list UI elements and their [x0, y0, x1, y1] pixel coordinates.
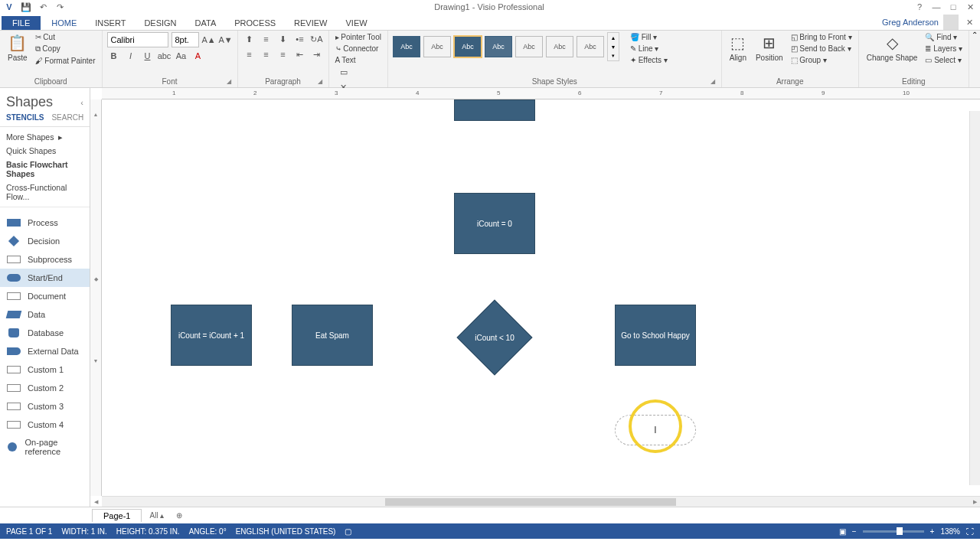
pan-up-icon[interactable]: ▲	[92, 110, 100, 118]
bullets-icon[interactable]: •≡	[293, 32, 307, 46]
indent-icon[interactable]: ⇥	[310, 47, 324, 61]
paragraph-dialog-icon[interactable]: ◢	[316, 78, 324, 86]
canvas-shape-decision[interactable]: iCount < 10	[468, 311, 521, 364]
styles-dialog-icon[interactable]: ◢	[709, 78, 717, 86]
collapse-ribbon-icon[interactable]: ⌃	[972, 31, 978, 39]
font-name-input[interactable]	[107, 32, 168, 47]
shape-start-end[interactable]: Start/End	[0, 269, 90, 287]
shape-decision[interactable]: Decision	[0, 232, 90, 250]
macro-record-icon[interactable]: ▢	[345, 527, 351, 536]
group-button[interactable]: ⬚ Group ▾	[789, 55, 854, 65]
font-color-icon[interactable]: A	[191, 49, 205, 63]
shape-database[interactable]: Database	[0, 324, 90, 342]
fit-page-icon[interactable]: ⛶	[966, 527, 974, 536]
bold-icon[interactable]: B	[107, 49, 121, 63]
paste-button[interactable]: 📋Paste	[5, 32, 31, 64]
pan-down-icon[interactable]: ▼	[92, 357, 100, 364]
shapes-tab-stencils[interactable]: STENCILS	[6, 113, 44, 122]
layers-button[interactable]: ≣ Layers ▾	[923, 44, 964, 54]
style-swatch-4[interactable]: Abc	[485, 36, 512, 57]
canvas-shape-top[interactable]	[454, 99, 535, 121]
pan-mid-icon[interactable]: ◆	[92, 276, 100, 283]
strike-icon[interactable]: abc	[158, 49, 172, 63]
align-mid-icon[interactable]: ≡	[260, 32, 273, 46]
quick-shapes-item[interactable]: Quick Shapes	[0, 144, 90, 158]
style-swatch-2[interactable]: Abc	[423, 36, 451, 57]
case-icon[interactable]: Aa	[175, 49, 188, 63]
page-tab-all[interactable]: All ▴	[145, 511, 168, 520]
zoom-slider[interactable]	[863, 530, 924, 533]
style-swatch-5[interactable]: Abc	[515, 36, 543, 57]
more-shapes-item[interactable]: More Shapes ▸	[0, 130, 90, 144]
help-icon[interactable]: ?	[913, 1, 926, 13]
copy-button[interactable]: ⧉ Copy	[34, 44, 97, 54]
align-button[interactable]: ⬚Align	[727, 32, 750, 64]
style-swatch-1[interactable]: Abc	[393, 36, 420, 57]
shrink-font-icon[interactable]: A▼	[219, 33, 233, 47]
avatar[interactable]	[943, 15, 959, 30]
select-button[interactable]: ▭ Select ▾	[923, 55, 964, 65]
presentation-mode-icon[interactable]: ▣	[839, 527, 846, 536]
shape-custom4[interactable]: Custom 4	[0, 416, 90, 434]
tab-file[interactable]: FILE	[2, 16, 41, 30]
align-top-icon[interactable]: ⬆	[243, 32, 256, 46]
text-tool-button[interactable]: A Text	[334, 55, 358, 65]
vertical-scrollbar[interactable]	[969, 111, 980, 485]
tab-view[interactable]: VIEW	[336, 16, 376, 30]
cut-button[interactable]: ✂ Cut	[34, 32, 97, 42]
style-swatch-6[interactable]: Abc	[546, 36, 573, 57]
canvas-shape-school[interactable]: Go to School Happy	[615, 305, 696, 366]
connector-tool-button[interactable]: ⤷ Connector	[334, 44, 381, 54]
underline-icon[interactable]: U	[141, 49, 155, 63]
shapes-tab-search[interactable]: SEARCH	[51, 113, 83, 122]
tab-design[interactable]: DESIGN	[135, 16, 185, 30]
fill-button[interactable]: 🪣 Fill ▾	[629, 32, 669, 42]
horizontal-scrollbar[interactable]: ◀ ▶	[102, 496, 980, 507]
font-dialog-icon[interactable]: ◢	[225, 78, 233, 86]
redo-icon[interactable]: ↷	[54, 1, 66, 13]
align-left-icon[interactable]: ≡	[243, 47, 256, 61]
shape-custom1[interactable]: Custom 1	[0, 360, 90, 379]
grow-font-icon[interactable]: A▲	[202, 33, 216, 47]
maximize-icon[interactable]: □	[946, 1, 960, 13]
style-swatch-3[interactable]: Abc	[454, 36, 482, 57]
tab-home[interactable]: HOME	[42, 16, 86, 30]
line-button[interactable]: ✎ Line ▾	[629, 44, 669, 54]
scroll-right-icon[interactable]: ▶	[971, 498, 978, 506]
page-tab-1[interactable]: Page-1	[92, 509, 142, 522]
style-gallery[interactable]: Abc Abc Abc Abc Abc Abc Abc ▲▼▾	[393, 32, 619, 61]
minimize-icon[interactable]: —	[929, 1, 943, 13]
canvas-shape-terminator-editing[interactable]: I	[615, 415, 696, 445]
zoom-level[interactable]: 138%	[940, 527, 960, 536]
canvas-shape-eat-spam[interactable]: Eat Spam	[292, 305, 373, 366]
zoom-out-icon[interactable]: −	[852, 527, 857, 536]
undo-icon[interactable]: ↶	[37, 1, 49, 13]
tab-process[interactable]: PROCESS	[225, 16, 285, 30]
canvas-shape-increment[interactable]: iCount = iCount + 1	[171, 305, 252, 366]
bring-front-button[interactable]: ◱ Bring to Front ▾	[789, 32, 854, 42]
shape-external-data[interactable]: External Data	[0, 342, 90, 360]
collapse-shapes-icon[interactable]: ‹	[80, 98, 83, 107]
format-painter-button[interactable]: 🖌 Format Painter	[34, 56, 97, 66]
shape-custom3[interactable]: Custom 3	[0, 397, 90, 416]
status-language[interactable]: ENGLISH (UNITED STATES)	[236, 527, 336, 536]
stencil-cross-functional[interactable]: Cross-Functional Flow...	[0, 181, 90, 204]
scrollbar-thumb[interactable]	[385, 498, 676, 506]
pointer-tool-button[interactable]: ▸ Pointer Tool	[334, 32, 383, 42]
scroll-left-icon[interactable]: ◀	[92, 498, 100, 506]
orientation-icon[interactable]: ↻A	[310, 32, 324, 46]
new-page-icon[interactable]: ⊕	[172, 511, 187, 520]
save-icon[interactable]: 💾	[20, 1, 32, 13]
align-center-icon[interactable]: ≡	[260, 47, 273, 61]
font-size-input[interactable]	[172, 32, 199, 47]
tab-insert[interactable]: INSERT	[86, 16, 135, 30]
align-right-icon[interactable]: ≡	[276, 47, 290, 61]
style-swatch-7[interactable]: Abc	[577, 36, 604, 57]
shape-document[interactable]: Document	[0, 287, 90, 305]
stencil-basic-flowchart[interactable]: Basic Flowchart Shapes	[0, 158, 90, 181]
tab-review[interactable]: REVIEW	[285, 16, 336, 30]
zoom-in-icon[interactable]: +	[930, 527, 935, 536]
change-shape-button[interactable]: ◇Change Shape	[864, 32, 921, 64]
outdent-icon[interactable]: ⇤	[293, 47, 307, 61]
position-button[interactable]: ⊞Position	[753, 32, 786, 64]
